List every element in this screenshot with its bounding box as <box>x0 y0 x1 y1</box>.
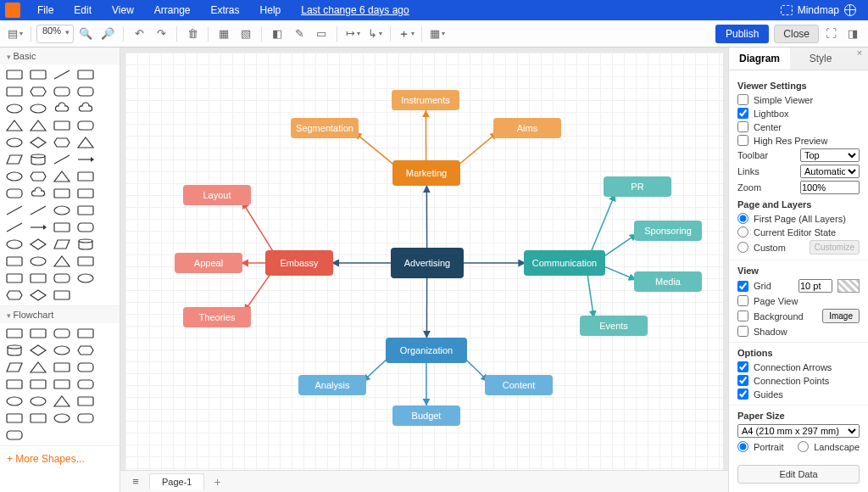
basic-shape-42[interactable] <box>53 238 71 251</box>
flowchart-shape-7[interactable] <box>76 344 95 357</box>
flowchart-shape-13[interactable] <box>29 377 47 391</box>
landscape-radio[interactable] <box>798 441 809 452</box>
basic-shape-8[interactable] <box>5 102 24 115</box>
flowchart-shape-12[interactable] <box>5 377 24 391</box>
basic-shape-54[interactable] <box>53 288 71 302</box>
insert-button[interactable]: ＋ <box>396 24 416 44</box>
view-mode-button[interactable]: ▤ <box>5 24 25 44</box>
tab-diagram[interactable]: Diagram <box>729 48 790 70</box>
basic-shape-41[interactable] <box>29 238 47 251</box>
conn-points-checkbox[interactable] <box>737 375 748 386</box>
table-button[interactable]: ▦ <box>427 24 448 44</box>
basic-shape-48[interactable] <box>5 271 24 285</box>
menu-arrange[interactable]: Arrange <box>146 0 199 20</box>
customize-button[interactable]: Customize <box>810 240 860 254</box>
basic-shape-17[interactable] <box>29 136 47 149</box>
shadow-checkbox[interactable] <box>737 326 748 337</box>
node-aims[interactable]: Aims <box>493 118 561 138</box>
menu-edit[interactable]: Edit <box>65 0 100 20</box>
zoom-select[interactable]: 80% <box>36 25 74 43</box>
flowchart-shape-14[interactable] <box>53 377 71 391</box>
panel-close-button[interactable]: × <box>851 48 868 70</box>
grid-size-input[interactable] <box>798 279 832 293</box>
basic-shape-15[interactable] <box>76 119 95 132</box>
basic-shape-32[interactable] <box>5 204 24 217</box>
add-page-button[interactable]: + <box>208 475 226 489</box>
basic-shape-44[interactable] <box>5 254 24 268</box>
canvas[interactable]: AdvertisingMarketingEmbassyOrganizationC… <box>125 53 723 470</box>
grid-color-swatch[interactable] <box>837 279 860 293</box>
flowchart-shape-21[interactable] <box>29 411 47 425</box>
section-flowchart[interactable]: Flowchart <box>0 306 120 323</box>
basic-shape-35[interactable] <box>76 204 95 217</box>
basic-shape-46[interactable] <box>53 254 71 268</box>
zoom-in-button[interactable]: 🔍 <box>75 24 96 44</box>
node-media[interactable]: Media <box>634 271 702 292</box>
basic-shape-45[interactable] <box>29 254 47 268</box>
basic-shape-0[interactable] <box>5 68 24 81</box>
background-checkbox[interactable] <box>737 310 748 321</box>
basic-shape-14[interactable] <box>53 119 71 132</box>
to-front-button[interactable]: ▦ <box>214 24 234 44</box>
basic-shape-12[interactable] <box>5 119 24 132</box>
flowchart-shape-0[interactable] <box>5 327 24 340</box>
flowchart-shape-15[interactable] <box>76 377 95 391</box>
basic-shape-26[interactable] <box>53 170 71 183</box>
last-change-link[interactable]: Last change 6 days ago <box>292 4 417 16</box>
flowchart-shape-19[interactable] <box>76 394 95 408</box>
node-analysis[interactable]: Analysis <box>298 375 366 395</box>
flowchart-shape-17[interactable] <box>29 394 47 408</box>
node-events[interactable]: Events <box>580 316 648 336</box>
basic-shape-3[interactable] <box>76 68 95 81</box>
current-editor-radio[interactable] <box>737 226 748 238</box>
basic-shape-43[interactable] <box>76 238 95 251</box>
basic-shape-1[interactable] <box>29 68 47 81</box>
flowchart-shape-9[interactable] <box>29 361 47 374</box>
node-segmentation[interactable]: Segmentation <box>291 118 359 138</box>
basic-shape-39[interactable] <box>76 221 95 234</box>
node-pr[interactable]: PR <box>604 176 671 197</box>
basic-shape-10[interactable] <box>53 102 71 115</box>
flowchart-shape-24[interactable] <box>5 428 24 442</box>
basic-shape-50[interactable] <box>53 271 71 285</box>
portrait-radio[interactable] <box>737 441 748 452</box>
close-button[interactable]: Close <box>774 25 819 43</box>
basic-shape-29[interactable] <box>29 187 47 200</box>
basic-shape-51[interactable] <box>76 271 95 285</box>
flowchart-shape-23[interactable] <box>76 411 95 425</box>
basic-shape-30[interactable] <box>53 187 71 200</box>
node-marketing[interactable]: Marketing <box>392 160 460 186</box>
custom-radio[interactable] <box>737 242 748 253</box>
more-shapes-button[interactable]: + More Shapes... <box>0 446 120 472</box>
fullscreen-button[interactable]: ⛶ <box>821 24 841 44</box>
undo-button[interactable]: ↶ <box>129 24 149 44</box>
lightbox-checkbox[interactable] <box>737 108 748 119</box>
toolbar-select[interactable]: Top <box>800 148 860 162</box>
basic-shape-24[interactable] <box>5 170 24 183</box>
basic-shape-33[interactable] <box>29 204 47 217</box>
flowchart-shape-1[interactable] <box>29 327 47 340</box>
delete-button[interactable]: 🗑 <box>182 24 203 44</box>
redo-button[interactable]: ↷ <box>151 24 171 44</box>
highres-checkbox[interactable] <box>737 135 748 146</box>
basic-shape-19[interactable] <box>76 136 95 149</box>
flowchart-shape-16[interactable] <box>5 394 24 408</box>
basic-shape-2[interactable] <box>53 68 71 81</box>
node-layout[interactable]: Layout <box>183 185 251 205</box>
basic-shape-6[interactable] <box>53 85 71 98</box>
node-budget[interactable]: Budget <box>392 405 460 426</box>
node-sponsoring[interactable]: Sponsoring <box>634 221 702 241</box>
basic-shape-37[interactable] <box>29 221 47 234</box>
flowchart-shape-10[interactable] <box>53 361 71 374</box>
basic-shape-40[interactable] <box>5 238 24 251</box>
menu-help[interactable]: Help <box>252 0 290 20</box>
basic-shape-20[interactable] <box>5 153 24 166</box>
to-back-button[interactable]: ▧ <box>236 24 256 44</box>
flowchart-shape-8[interactable] <box>5 361 24 374</box>
fill-color-button[interactable]: ◧ <box>267 24 287 44</box>
page-menu-button[interactable]: ≡ <box>125 472 146 492</box>
basic-shape-27[interactable] <box>76 170 95 183</box>
basic-shape-5[interactable] <box>29 85 47 98</box>
flowchart-shape-22[interactable] <box>53 411 71 425</box>
basic-shape-47[interactable] <box>76 254 95 268</box>
